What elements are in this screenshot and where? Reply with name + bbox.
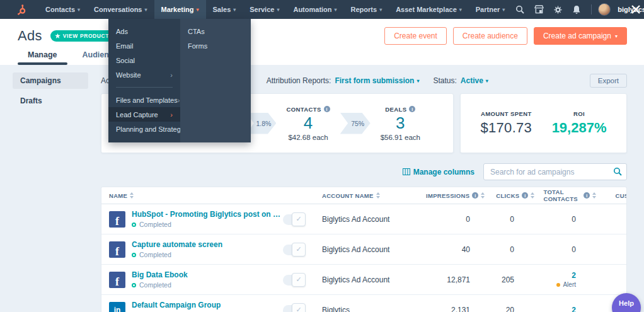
impressions-cell: 2,131 bbox=[426, 306, 481, 312]
create-audience-button[interactable]: Create audience bbox=[453, 27, 527, 45]
menu-item-ads[interactable]: Ads bbox=[108, 24, 180, 38]
info-icon[interactable]: i bbox=[584, 192, 590, 199]
menu-item-planning-and-strategy[interactable]: Planning and Strategy› bbox=[108, 122, 180, 136]
menu-item-files-and-templates[interactable]: Files and Templates› bbox=[108, 93, 180, 107]
info-icon[interactable]: i bbox=[409, 106, 415, 112]
sort-icon[interactable] bbox=[592, 192, 596, 199]
campaign-toggle[interactable]: ✓ bbox=[283, 243, 306, 257]
left-sidebar: Campaigns Drafts bbox=[13, 72, 88, 312]
column-header-impressions[interactable]: IMPRESSIONSi bbox=[426, 192, 496, 199]
clicks-cell: 205 bbox=[481, 275, 523, 284]
chevron-down-icon: ▾ bbox=[196, 7, 198, 13]
check-icon: ✓ bbox=[292, 303, 306, 312]
manage-columns-button[interactable]: Manage columns bbox=[403, 168, 474, 176]
campaign-name-link[interactable]: Default Campaign Group bbox=[132, 301, 221, 309]
contacts-cost-each: $42.68 each bbox=[286, 134, 330, 141]
clicks-cell: 20 bbox=[481, 306, 523, 312]
table-header-row: NAME ACCOUNT NAME IMPRESSIONSi CLICKSi T… bbox=[101, 187, 626, 204]
chevron-down-icon: ▾ bbox=[78, 7, 80, 13]
campaign-name-link[interactable]: Big Data Ebook bbox=[132, 270, 188, 279]
clicks-cell: 0 bbox=[481, 215, 523, 224]
nav-item-asset-marketplace[interactable]: Asset Marketplace▾ bbox=[389, 0, 469, 19]
table-row: f Capture automate screen Completed ✓ Bi… bbox=[101, 234, 626, 265]
info-icon[interactable]: i bbox=[472, 192, 478, 199]
status-completed-icon bbox=[132, 222, 136, 227]
menu-item-social[interactable]: Social bbox=[108, 53, 180, 67]
notifications-bell-icon[interactable] bbox=[568, 0, 585, 19]
amount-spent-stat: AMOUNT SPENT $170.73 bbox=[481, 110, 532, 136]
contacts-value: 4 bbox=[286, 113, 330, 133]
column-header-account-name[interactable]: ACCOUNT NAME bbox=[322, 192, 426, 199]
column-header-customers[interactable]: CUSTOMERSi bbox=[611, 192, 627, 199]
submenu-item-ctas[interactable]: CTAs bbox=[180, 24, 251, 38]
campaign-name-link[interactable]: Capture automate screen bbox=[132, 240, 222, 249]
nav-item-marketing[interactable]: Marketing▾ bbox=[154, 0, 206, 19]
table-toolbar: Manage columns bbox=[101, 163, 627, 180]
marketplace-icon[interactable] bbox=[531, 0, 547, 19]
spend-roi-card: AMOUNT SPENT $170.73 ROI 19,287% bbox=[460, 93, 627, 153]
nav-item-contacts[interactable]: Contacts▾ bbox=[38, 0, 87, 19]
account-name-cell: Biglytics Ad Account bbox=[322, 275, 426, 284]
total-contacts-cell: 2 bbox=[523, 306, 591, 312]
info-icon[interactable]: i bbox=[324, 106, 330, 112]
nav-item-automation[interactable]: Automation▾ bbox=[286, 0, 343, 19]
sidebar-item-drafts[interactable]: Drafts bbox=[13, 93, 88, 109]
status-label: Completed bbox=[139, 221, 171, 228]
status-filter-label: Status: bbox=[433, 76, 456, 85]
status-label: Completed bbox=[139, 251, 171, 258]
campaign-toggle[interactable]: ✓ bbox=[283, 303, 306, 312]
sort-icon[interactable] bbox=[376, 192, 380, 199]
nav-item-service[interactable]: Service▾ bbox=[243, 0, 286, 19]
info-icon[interactable]: i bbox=[522, 192, 528, 199]
sort-icon[interactable] bbox=[531, 192, 534, 199]
campaign-name-link[interactable]: HubSpot - Promoting Biglytics post on 20… bbox=[132, 210, 283, 219]
status-dropdown[interactable]: Active▾ bbox=[461, 76, 488, 85]
nav-item-partner[interactable]: Partner▾ bbox=[469, 0, 512, 19]
create-event-button[interactable]: Create event bbox=[384, 27, 447, 45]
menu-item-lead-capture[interactable]: Lead Capture› bbox=[108, 107, 180, 122]
export-button[interactable]: Export bbox=[590, 74, 627, 88]
column-header-name[interactable]: NAME bbox=[101, 192, 283, 199]
user-avatar[interactable] bbox=[598, 3, 611, 16]
table-row: f HubSpot - Promoting Biglytics post on … bbox=[101, 204, 626, 234]
top-nav: Contacts▾ Conversations▾ Marketing▾ Sale… bbox=[0, 0, 644, 19]
sort-icon[interactable] bbox=[130, 192, 134, 199]
search-icon[interactable] bbox=[613, 167, 622, 178]
hubspot-logo[interactable] bbox=[16, 4, 27, 15]
search-input[interactable] bbox=[483, 163, 627, 180]
create-ad-campaign-button[interactable]: Create ad campaign▾ bbox=[534, 27, 627, 45]
sort-icon[interactable] bbox=[481, 192, 485, 199]
check-icon: ✓ bbox=[292, 243, 306, 257]
table-row: in Default Campaign Group Active ✓ Bigly… bbox=[101, 295, 626, 312]
campaign-toggle[interactable]: ✓ bbox=[283, 273, 306, 287]
column-header-clicks[interactable]: CLICKSi bbox=[496, 192, 543, 199]
deals-stat: DEALSi 3 $56.91 each bbox=[381, 106, 420, 141]
impressions-cell: 40 bbox=[426, 245, 481, 254]
tab-manage[interactable]: Manage bbox=[25, 50, 60, 65]
nav-item-reports[interactable]: Reports▾ bbox=[344, 0, 389, 19]
menu-item-email[interactable]: Email bbox=[108, 38, 180, 53]
total-contacts-link[interactable]: 2 bbox=[572, 306, 576, 312]
attribution-reports-label: Attribution Reports: bbox=[267, 76, 331, 85]
menu-divider bbox=[116, 87, 173, 88]
campaigns-table: NAME ACCOUNT NAME IMPRESSIONSi CLICKSi T… bbox=[101, 187, 627, 312]
menu-item-website[interactable]: Website› bbox=[108, 67, 180, 82]
sidebar-item-campaigns[interactable]: Campaigns bbox=[13, 72, 88, 89]
attribution-reports-dropdown[interactable]: First form submission▾ bbox=[335, 76, 419, 85]
submenu-item-forms[interactable]: Forms bbox=[180, 38, 251, 53]
campaign-toggle[interactable]: ✓ bbox=[283, 212, 306, 226]
chevron-down-icon: ▾ bbox=[379, 7, 382, 13]
search-icon[interactable] bbox=[512, 0, 528, 19]
chevron-right-icon: › bbox=[170, 71, 173, 79]
nav-item-conversations[interactable]: Conversations▾ bbox=[87, 0, 154, 19]
column-header-total-contacts[interactable]: TOTAL CONTACTSi bbox=[543, 188, 611, 202]
status-completed-icon bbox=[132, 283, 136, 287]
clicks-cell: 0 bbox=[481, 245, 523, 254]
settings-gear-icon[interactable] bbox=[549, 0, 566, 19]
nav-item-sales[interactable]: Sales▾ bbox=[206, 0, 243, 19]
close-icon[interactable] bbox=[631, 4, 641, 17]
total-contacts-link[interactable]: 2 bbox=[572, 271, 576, 280]
check-icon: ✓ bbox=[292, 212, 306, 226]
roi-stat: ROI 19,287% bbox=[552, 110, 607, 136]
deals-cost-each: $56.91 each bbox=[381, 134, 420, 141]
